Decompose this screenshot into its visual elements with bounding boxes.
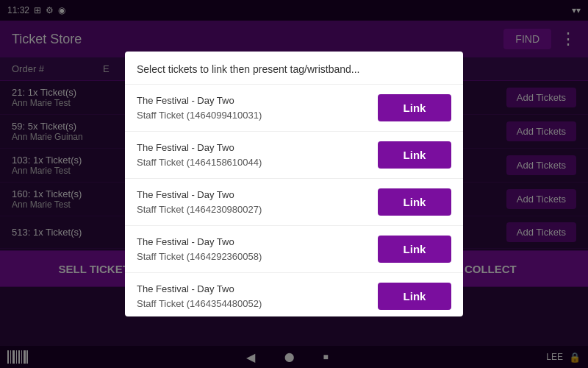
- ticket-row: The Festival - Day Two Staff Ticket (146…: [125, 85, 463, 132]
- modal-header: Select tickets to link then present tag/…: [125, 52, 463, 85]
- ticket-row: The Festival - Day Two Staff Ticket (146…: [125, 179, 463, 226]
- link-button[interactable]: Link: [378, 283, 451, 310]
- ticket-id: Staff Ticket (1464158610044): [137, 155, 262, 170]
- modal-body: The Festival - Day Two Staff Ticket (146…: [125, 85, 463, 316]
- link-button[interactable]: Link: [378, 188, 451, 216]
- ticket-row: The Festival - Day Two Staff Ticket (146…: [125, 273, 463, 316]
- ticket-name: The Festival - Day Two: [137, 188, 262, 202]
- link-tickets-modal: Select tickets to link then present tag/…: [125, 52, 463, 316]
- link-button[interactable]: Link: [378, 141, 451, 169]
- ticket-row: The Festival - Day Two Staff Ticket (146…: [125, 132, 463, 179]
- ticket-id: Staff Ticket (1464354480052): [137, 297, 262, 311]
- modal-overlay: Select tickets to link then present tag/…: [0, 0, 588, 368]
- ticket-id: Staff Ticket (1464230980027): [137, 202, 262, 217]
- ticket-name: The Festival - Day Two: [137, 141, 262, 155]
- ticket-name: The Festival - Day Two: [137, 93, 262, 108]
- ticket-name: The Festival - Day Two: [137, 282, 262, 297]
- link-button[interactable]: Link: [378, 94, 451, 121]
- link-button[interactable]: Link: [378, 236, 451, 263]
- ticket-id: Staff Ticket (1464099410031): [137, 108, 262, 123]
- ticket-name: The Festival - Day Two: [137, 235, 262, 250]
- ticket-id: Staff Ticket (1464292360058): [137, 250, 262, 264]
- ticket-row: The Festival - Day Two Staff Ticket (146…: [125, 226, 463, 273]
